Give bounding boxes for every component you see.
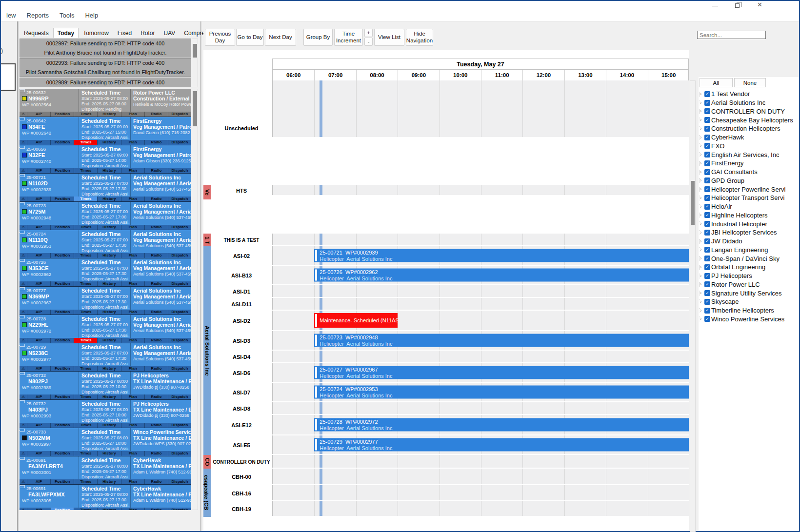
vendor-checkbox[interactable]: ✓ bbox=[704, 177, 710, 183]
vendor-name-label[interactable]: Langan Engineering bbox=[711, 246, 768, 254]
vendor-checkbox[interactable]: ✓ bbox=[704, 160, 710, 166]
pin-icon[interactable] bbox=[20, 146, 25, 149]
card-footer-tab[interactable]: History bbox=[97, 394, 120, 399]
tab[interactable]: UAV bbox=[160, 28, 180, 38]
chevron-right-icon[interactable]: › bbox=[700, 213, 704, 217]
flight-card[interactable]: 25-00723 N725M WP #0002948 Scheduled Tim… bbox=[20, 202, 191, 230]
card-footer-tab[interactable]: AIP bbox=[27, 281, 50, 286]
flight-card[interactable]: 25-00733 N502MM WP #0002997 Scheduled Ti… bbox=[20, 428, 191, 456]
chevron-right-icon[interactable]: › bbox=[700, 143, 704, 148]
vendor-name-label[interactable]: GPD Group bbox=[711, 177, 744, 184]
card-footer-tab[interactable]: Position bbox=[50, 253, 74, 258]
chevron-right-icon[interactable]: › bbox=[700, 204, 704, 209]
card-footer-tab[interactable]: Radio bbox=[144, 168, 168, 173]
pin-icon[interactable] bbox=[20, 372, 25, 375]
flight-card[interactable]: 25-00691 FA3NYLRRT4 WP #0003001 Schedule… bbox=[20, 456, 191, 484]
card-footer-tab[interactable]: Dispatch bbox=[168, 451, 191, 456]
menu-item[interactable]: Tools bbox=[54, 12, 80, 19]
bar-resize-handle[interactable] bbox=[315, 314, 317, 327]
card-footer-tab[interactable]: Dispatch bbox=[168, 310, 191, 315]
card-footer-tab[interactable]: Times bbox=[74, 338, 97, 343]
tab[interactable]: Tomorrow bbox=[79, 28, 113, 38]
card-footer-tab[interactable]: Times bbox=[74, 423, 97, 428]
vendor-row[interactable]: › ✓ JW Didado bbox=[700, 237, 799, 246]
vendor-row[interactable]: › ✓ Highline Helicopters bbox=[700, 211, 799, 220]
row-schedule-grid[interactable] bbox=[272, 185, 689, 195]
card-footer-tab[interactable]: Dispatch bbox=[168, 338, 191, 343]
menu-item[interactable]: Reports bbox=[21, 12, 55, 19]
card-footer-tab[interactable]: Position bbox=[50, 338, 74, 343]
flight-card[interactable]: 25-00726 N353CE WP #0002962 Scheduled Ti… bbox=[20, 258, 191, 286]
vendor-row[interactable]: › ✓ GPD Group bbox=[700, 177, 799, 185]
row-schedule-grid[interactable] bbox=[272, 234, 689, 245]
schedule-bar[interactable]: 25-00724 WP#0002953Helicopter Aerial Sol… bbox=[314, 386, 689, 399]
vendor-row[interactable]: › ✓ CyberHawk bbox=[700, 133, 799, 142]
vendor-checkbox[interactable]: ✓ bbox=[704, 290, 710, 296]
card-footer-tab[interactable]: AIP bbox=[27, 225, 50, 230]
card-footer-tab[interactable]: AIP bbox=[27, 112, 50, 117]
vendor-checkbox[interactable]: ✓ bbox=[704, 212, 710, 218]
card-footer-tab[interactable]: Times bbox=[74, 451, 97, 456]
flight-card[interactable]: 25-00632 N996RP WP #0002564 Scheduled Ti… bbox=[20, 89, 191, 117]
vendor-checkbox[interactable]: ✓ bbox=[704, 204, 710, 210]
vendor-name-label[interactable]: Industrial Helicopter bbox=[711, 220, 767, 228]
vendor-row[interactable]: › ✓ Orbital Engineering bbox=[700, 263, 799, 272]
card-footer-tab[interactable]: Radio bbox=[144, 253, 168, 258]
card-footer-tab[interactable]: History bbox=[97, 508, 120, 510]
vendor-row[interactable]: › ✓ Helicopter Powerline Servi bbox=[700, 185, 799, 194]
pin-icon[interactable] bbox=[20, 89, 25, 92]
schedule-bar[interactable]: 25-00727 WP#0002967Helicopter Aerial Sol… bbox=[314, 366, 689, 379]
pin-icon[interactable] bbox=[20, 344, 25, 347]
card-footer-tab[interactable]: AIP bbox=[27, 168, 50, 173]
pin-icon[interactable] bbox=[20, 287, 25, 290]
vendor-row[interactable]: › ✓ Helicopter Transport Servi bbox=[700, 194, 799, 202]
card-footer-tab[interactable]: Dispatch bbox=[168, 112, 191, 117]
card-footer-tab[interactable]: Position bbox=[50, 112, 74, 117]
restore-button[interactable] bbox=[734, 2, 742, 8]
card-footer-tab[interactable]: Plan bbox=[121, 479, 144, 484]
chevron-right-icon[interactable]: › bbox=[700, 265, 704, 270]
pin-icon[interactable] bbox=[20, 400, 25, 403]
card-footer-tab[interactable]: Plan bbox=[121, 394, 144, 399]
vendor-name-label[interactable]: PJ Helicopters bbox=[711, 272, 752, 279]
card-footer-tab[interactable]: Position bbox=[50, 508, 74, 510]
card-footer-tab[interactable]: Dispatch bbox=[168, 366, 191, 371]
vendor-checkbox[interactable]: ✓ bbox=[704, 143, 710, 149]
card-footer-tab[interactable]: History bbox=[97, 168, 120, 173]
next-day-button[interactable]: Next Day bbox=[265, 29, 296, 46]
card-footer-tab[interactable]: Position bbox=[50, 451, 74, 456]
card-footer-tab[interactable]: Radio bbox=[144, 225, 168, 230]
card-footer-tab[interactable]: History bbox=[97, 253, 120, 258]
card-footer-tab[interactable]: Dispatch bbox=[168, 423, 191, 428]
row-schedule-grid[interactable] bbox=[272, 469, 689, 484]
previous-day-button[interactable]: Previous Day bbox=[205, 29, 235, 46]
pin-icon[interactable] bbox=[20, 118, 25, 120]
chevron-right-icon[interactable]: › bbox=[700, 221, 704, 226]
vendor-name-label[interactable]: Construction Helicopters bbox=[711, 125, 780, 132]
card-footer-tab[interactable]: Radio bbox=[144, 479, 168, 484]
scrollbar-thumb[interactable] bbox=[193, 91, 197, 126]
card-footer-tab[interactable]: Dispatch bbox=[168, 394, 191, 399]
group-by-button[interactable]: Group By bbox=[303, 29, 333, 46]
vendor-checkbox[interactable]: ✓ bbox=[704, 126, 710, 132]
flight-card[interactable]: 25-00729 N5238C WP #0002977 Scheduled Ti… bbox=[20, 343, 191, 371]
vendor-name-label[interactable]: Timberline Helicopters bbox=[711, 307, 774, 314]
vendor-name-label[interactable]: Chesapeake Bay Helicopters bbox=[711, 117, 793, 124]
vendor-row[interactable]: › ✓ Signature Utility Services bbox=[700, 289, 799, 297]
vendor-checkbox[interactable]: ✓ bbox=[704, 316, 710, 322]
card-footer-tab[interactable]: Radio bbox=[144, 310, 168, 315]
card-footer-tab[interactable]: History bbox=[97, 112, 120, 117]
vendor-row[interactable]: › ✓ English Air Services, Inc bbox=[700, 150, 799, 159]
vendor-row[interactable]: › ✓ Aerial Solutions Inc bbox=[700, 99, 799, 107]
vendor-checkbox[interactable]: ✓ bbox=[704, 195, 710, 201]
card-footer-tab[interactable]: Plan bbox=[121, 338, 144, 343]
vendor-name-label[interactable]: CyberHawk bbox=[711, 134, 744, 141]
card-footer-tab[interactable]: Times bbox=[74, 281, 97, 286]
card-footer-tab[interactable]: Times bbox=[74, 479, 97, 484]
row-schedule-grid[interactable] bbox=[272, 285, 689, 297]
vendor-name-label[interactable]: English Air Services, Inc bbox=[711, 151, 779, 158]
select-none-button[interactable]: None bbox=[734, 78, 766, 87]
row-schedule-grid[interactable] bbox=[272, 351, 689, 362]
vendor-checkbox[interactable]: ✓ bbox=[704, 117, 710, 123]
card-footer-tab[interactable]: Radio bbox=[144, 423, 168, 428]
